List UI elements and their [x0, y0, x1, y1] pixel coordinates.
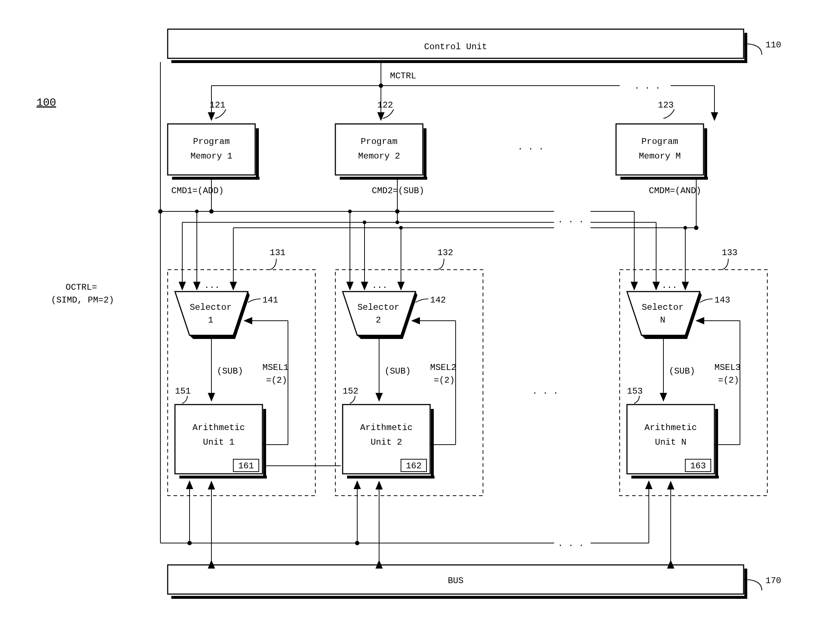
cmd1: CMD1=(ADD): [171, 186, 224, 196]
selout-2: (SUB): [385, 366, 411, 376]
svg-point-43: [195, 210, 199, 213]
ellipsis-pm: . . .: [518, 142, 544, 152]
msel2-l1: MSEL2: [430, 362, 456, 372]
svg-text:...: ...: [662, 281, 677, 291]
msel3-l2: =(2): [718, 375, 739, 385]
selector-n: Selector N: [627, 291, 702, 339]
figure-id: 100: [36, 97, 56, 109]
ellipsis-groups: . . .: [532, 386, 558, 396]
svg-rect-16: [424, 128, 426, 179]
svg-point-51: [399, 226, 403, 229]
svg-rect-11: [256, 128, 259, 179]
selector-1-ref: 141: [263, 295, 278, 305]
group-1-ref: 131: [270, 248, 285, 258]
svg-rect-2: [744, 33, 747, 62]
program-memory-1: Program Memory 1: [168, 124, 260, 180]
svg-text:Selector: Selector: [357, 302, 399, 312]
svg-point-49: [363, 220, 366, 224]
ellipsis-octrl: . . .: [558, 539, 584, 549]
svg-text:Arithmetic: Arithmetic: [645, 423, 697, 433]
group-2-ref: 132: [437, 248, 453, 258]
selector-n-ref: 143: [714, 295, 730, 305]
octrl-l2: (SIMD, PM=2): [51, 295, 114, 305]
svg-rect-21: [704, 128, 707, 179]
svg-point-58: [683, 226, 687, 229]
cmd2: CMD2=(SUB): [372, 186, 424, 196]
svg-text:Program: Program: [193, 137, 230, 147]
selout-3: (SUB): [669, 366, 695, 376]
svg-text:2: 2: [376, 315, 381, 325]
svg-text:Unit N: Unit N: [655, 437, 686, 447]
svg-point-54: [396, 220, 399, 224]
svg-rect-86: [263, 409, 266, 478]
svg-rect-1: [171, 60, 747, 63]
bus-ref: 170: [765, 576, 781, 586]
control-unit: Control Unit: [168, 29, 747, 63]
svg-text:...: ...: [372, 281, 388, 291]
ellipsis-top: . . .: [634, 81, 661, 91]
svg-text:Program: Program: [361, 137, 398, 147]
svg-rect-115: [744, 568, 747, 598]
svg-rect-20: [620, 177, 708, 180]
svg-text:163: 163: [690, 461, 706, 471]
octrl-l1: OCTRL=: [66, 282, 97, 292]
bus: BUS: [168, 565, 747, 599]
svg-text:...: ...: [204, 281, 220, 291]
svg-text:161: 161: [238, 461, 254, 471]
cmdm: CMDM=(AND): [649, 186, 701, 196]
group-3-ref: 133: [722, 248, 737, 258]
svg-text:Memory 1: Memory 1: [190, 151, 232, 161]
svg-rect-85: [179, 476, 267, 478]
svg-text:Unit 2: Unit 2: [371, 437, 402, 447]
arith2-ref: 152: [343, 386, 358, 396]
svg-text:BUS: BUS: [448, 576, 463, 586]
svg-rect-10: [172, 177, 260, 180]
arithmetic-unit-2: Arithmetic Unit 2 162: [343, 405, 434, 478]
mctrl-label: MCTRL: [390, 71, 416, 81]
svg-text:Arithmetic: Arithmetic: [192, 423, 245, 433]
selector-2: Selector 2: [343, 291, 417, 339]
program-memory-2: Program Memory 2: [335, 124, 427, 180]
svg-rect-19: [616, 124, 703, 175]
svg-rect-100: [715, 409, 718, 478]
svg-text:Selector: Selector: [642, 302, 683, 312]
msel2-l2: =(2): [434, 375, 455, 385]
svg-text:Memory 2: Memory 2: [358, 151, 400, 161]
svg-text:N: N: [660, 315, 665, 325]
svg-rect-114: [171, 596, 747, 599]
arithmetic-unit-1: Arithmetic Unit 1 161: [175, 405, 267, 478]
msel1-l2: =(2): [266, 375, 287, 385]
svg-text:Arithmetic: Arithmetic: [360, 423, 413, 433]
msel1-l1: MSEL1: [263, 362, 289, 372]
svg-rect-93: [431, 409, 434, 478]
selector-1: Selector 1: [175, 291, 250, 339]
svg-point-47: [348, 210, 352, 213]
svg-rect-15: [340, 177, 427, 180]
pm3-ref: 123: [658, 100, 674, 110]
msel3-l1: MSEL3: [714, 362, 741, 372]
svg-text:Control Unit: Control Unit: [424, 42, 487, 52]
ellipsis-bus: . . .: [558, 215, 584, 225]
svg-text:Memory M: Memory M: [638, 151, 681, 161]
svg-rect-92: [347, 476, 434, 478]
arith1-ref: 151: [175, 386, 191, 396]
arithmetic-unit-n: Arithmetic Unit N 163: [627, 405, 719, 478]
control-unit-ref: 110: [765, 40, 781, 50]
svg-text:Selector: Selector: [190, 302, 231, 312]
svg-text:Unit 1: Unit 1: [203, 437, 234, 447]
svg-text:162: 162: [406, 461, 421, 471]
pm1-ref: 121: [210, 100, 225, 110]
arithn-ref: 153: [627, 386, 643, 396]
svg-text:Program: Program: [642, 137, 678, 147]
svg-rect-9: [168, 124, 255, 175]
svg-rect-99: [631, 476, 719, 478]
selout-1: (SUB): [217, 366, 243, 376]
program-memory-m: Program Memory M: [616, 124, 708, 180]
pm2-ref: 122: [377, 100, 393, 110]
svg-rect-14: [335, 124, 423, 175]
selector-2-ref: 142: [430, 295, 446, 305]
svg-text:1: 1: [208, 315, 213, 325]
